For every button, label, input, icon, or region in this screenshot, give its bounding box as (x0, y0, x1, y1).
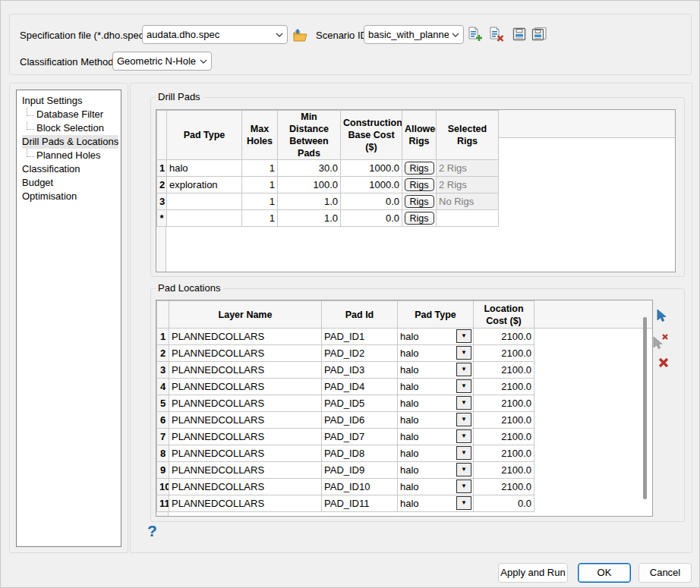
cell-pad-id[interactable]: PAD_ID7 (322, 429, 398, 445)
pad-type-dropdown-button[interactable]: ▼ (456, 346, 471, 360)
row-header[interactable]: 4 (157, 379, 169, 395)
tree-item-drill-pads-locations[interactable]: Drill Pads & Locations (17, 135, 121, 149)
col-header-location-cost[interactable]: Location Cost ($) (474, 301, 534, 329)
cell-pad-type[interactable]: exploration (167, 177, 242, 193)
cell-pad-id[interactable]: PAD_ID2 (322, 345, 398, 362)
col-header-pad-id[interactable]: Pad Id (322, 301, 398, 329)
rigs-button[interactable]: Rigs (405, 195, 434, 208)
pad-type-dropdown-button[interactable]: ▼ (456, 480, 471, 493)
cell-layer-name[interactable]: PLANNEDCOLLARS (169, 362, 322, 379)
pad-type-dropdown-button[interactable]: ▼ (456, 446, 471, 460)
col-header-allowed-rigs[interactable]: Allowed Rigs (402, 111, 437, 160)
cell-pad-type[interactable]: halo▼ (398, 379, 474, 395)
cell-min-distance[interactable]: 100.0 (278, 177, 341, 193)
row-header[interactable]: 1 (157, 329, 169, 345)
cell-layer-name[interactable]: PLANNEDCOLLARS (169, 329, 322, 345)
row-header[interactable]: 6 (157, 412, 169, 429)
row-header[interactable]: 10 (157, 479, 169, 495)
cell-pad-id[interactable]: PAD_ID6 (322, 412, 398, 429)
spec-file-combobox[interactable]: audata.dho.spec (142, 25, 288, 44)
cell-min-distance[interactable]: 30.0 (278, 160, 341, 177)
tree-item-database-filter[interactable]: Database Filter (17, 108, 121, 121)
cell-pad-type[interactable] (167, 210, 242, 227)
pad-type-dropdown-button[interactable]: ▼ (456, 496, 471, 510)
cell-location-cost[interactable]: 0.0 (474, 495, 534, 512)
cell-layer-name[interactable]: PLANNEDCOLLARS (169, 479, 322, 495)
tree-item-block-selection[interactable]: Block Selection (17, 121, 121, 135)
cell-pad-type[interactable]: halo▼ (398, 329, 474, 345)
cell-layer-name[interactable]: PLANNEDCOLLARS (169, 462, 322, 479)
classification-method-combobox[interactable]: Geometric N-Hole (112, 52, 212, 71)
cell-pad-id[interactable]: PAD_ID9 (322, 462, 398, 479)
cell-layer-name[interactable]: PLANNEDCOLLARS (169, 445, 322, 462)
col-header-pad-type[interactable]: Pad Type (167, 111, 242, 160)
cell-location-cost[interactable]: 2100.0 (474, 395, 534, 412)
cell-min-distance[interactable]: 1.0 (278, 193, 341, 210)
row-header[interactable]: 1 (157, 160, 167, 177)
col-header-selected-rigs[interactable]: Selected Rigs (437, 111, 499, 160)
col-header-min-distance[interactable]: Min Distance Between Pads (278, 111, 341, 160)
delete-location-button[interactable] (657, 357, 670, 371)
cell-pad-id[interactable]: PAD_ID4 (322, 379, 398, 395)
cell-location-cost[interactable]: 2100.0 (474, 429, 534, 445)
cell-pad-type[interactable]: halo▼ (398, 412, 474, 429)
cell-location-cost[interactable]: 2100.0 (474, 462, 534, 479)
cell-max-holes[interactable]: 1 (242, 193, 278, 210)
cell-base-cost[interactable]: 0.0 (341, 193, 402, 210)
cell-layer-name[interactable]: PLANNEDCOLLARS (169, 495, 322, 512)
vertical-scrollbar[interactable] (643, 317, 647, 499)
cell-location-cost[interactable]: 2100.0 (474, 379, 534, 395)
cancel-button[interactable]: Cancel (639, 563, 692, 583)
unpick-locations-button[interactable] (651, 333, 671, 352)
row-header[interactable]: 9 (157, 462, 169, 479)
row-header[interactable]: 3 (157, 362, 169, 379)
cell-location-cost[interactable]: 2100.0 (474, 362, 534, 379)
row-header[interactable]: * (157, 210, 167, 227)
cell-pad-id[interactable]: PAD_ID10 (322, 479, 398, 495)
rigs-button[interactable]: Rigs (405, 178, 434, 191)
cell-pad-type[interactable]: halo▼ (398, 395, 474, 412)
cell-location-cost[interactable]: 2100.0 (474, 479, 534, 495)
new-scenario-button[interactable] (466, 26, 483, 42)
cell-layer-name[interactable]: PLANNEDCOLLARS (169, 429, 322, 445)
cell-max-holes[interactable]: 1 (242, 177, 278, 193)
help-button[interactable]: ? (147, 522, 157, 540)
pad-type-dropdown-button[interactable]: ▼ (456, 363, 471, 376)
cell-pad-id[interactable]: PAD_ID5 (322, 395, 398, 412)
tree-item-optimisation[interactable]: Optimisation (17, 190, 121, 203)
pad-type-dropdown-button[interactable]: ▼ (456, 329, 471, 343)
cell-location-cost[interactable]: 2100.0 (474, 329, 534, 345)
cell-pad-id[interactable]: PAD_ID11 (322, 495, 398, 512)
cell-base-cost[interactable]: 1000.0 (341, 160, 402, 177)
rigs-button[interactable]: Rigs (405, 212, 434, 225)
cell-pad-type[interactable]: halo▼ (398, 445, 474, 462)
col-header-max-holes[interactable]: Max Holes (242, 111, 278, 160)
scenario-id-combobox[interactable]: basic_with_plannedh (364, 25, 464, 44)
row-header[interactable]: 5 (157, 395, 169, 412)
tree-item-budget[interactable]: Budget (17, 176, 121, 190)
cell-pad-type[interactable]: halo▼ (398, 462, 474, 479)
row-header[interactable]: 7 (157, 429, 169, 445)
cell-location-cost[interactable]: 2100.0 (474, 445, 534, 462)
row-header[interactable]: 2 (157, 345, 169, 362)
cell-pad-type[interactable]: halo▼ (398, 495, 474, 512)
col-header-pad-type[interactable]: Pad Type (398, 301, 474, 329)
pad-type-dropdown-button[interactable]: ▼ (456, 413, 471, 426)
row-header[interactable]: 8 (157, 445, 169, 462)
cell-location-cost[interactable]: 2100.0 (474, 345, 534, 362)
rigs-button[interactable]: Rigs (405, 162, 434, 175)
ok-button[interactable]: OK (578, 563, 631, 583)
tree-item-classification[interactable]: Classification (17, 162, 121, 176)
pick-locations-button[interactable] (654, 309, 668, 325)
cell-pad-id[interactable]: PAD_ID8 (322, 445, 398, 462)
pad-type-dropdown-button[interactable]: ▼ (456, 379, 471, 393)
browse-spec-file-button[interactable] (292, 27, 308, 43)
cell-pad-type[interactable]: halo▼ (398, 362, 474, 379)
col-header-layer-name[interactable]: Layer Name (169, 301, 322, 329)
cell-pad-type[interactable]: halo▼ (398, 429, 474, 445)
save-scenario-button[interactable] (511, 26, 528, 42)
tree-item-input-settings[interactable]: Input Settings (17, 94, 121, 108)
cell-pad-type[interactable]: halo▼ (398, 479, 474, 495)
cell-min-distance[interactable]: 1.0 (278, 210, 341, 227)
cell-pad-id[interactable]: PAD_ID3 (322, 362, 398, 379)
